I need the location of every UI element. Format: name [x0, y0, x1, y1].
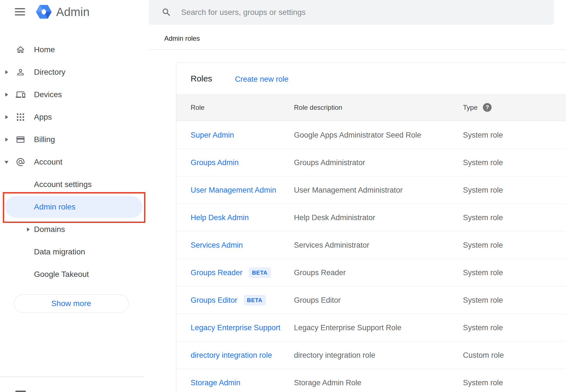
sidebar-nav: HomeDirectoryDevicesAppsBillingAccountAc… — [0, 38, 149, 286]
expand-arrow-icon[interactable] — [5, 115, 8, 119]
role-description-cell: Legacy Enterprise Support Role — [294, 314, 401, 341]
column-header-type: Type — [463, 94, 478, 121]
role-type-cell: System role — [463, 314, 503, 341]
sidebar: Admin HomeDirectoryDevicesAppsBillingAcc… — [0, 0, 149, 392]
sidebar-item-label: Account settings — [34, 173, 92, 196]
role-type-cell: System role — [463, 231, 503, 259]
sidebar-item-billing[interactable]: Billing — [0, 128, 149, 151]
sidebar-item-label: Home — [34, 38, 55, 61]
at-icon — [16, 157, 25, 167]
role-type-cell: System role — [463, 121, 503, 149]
role-type-cell: System role — [463, 204, 503, 231]
column-header-role: Role — [191, 94, 204, 121]
table-header: Role Role description Type ? — [176, 94, 566, 121]
sidebar-item-account-settings[interactable]: Account settings — [0, 173, 149, 196]
sidebar-item-admin-roles[interactable]: Admin roles — [0, 196, 149, 218]
role-type-cell: System role — [463, 176, 503, 204]
search-input[interactable] — [181, 0, 546, 25]
role-name-cell: Super Admin — [191, 121, 234, 149]
role-type-cell: System role — [463, 286, 503, 314]
role-link[interactable]: User Management Admin — [191, 186, 276, 194]
expand-arrow-icon[interactable] — [27, 227, 30, 231]
sidebar-item-apps[interactable]: Apps — [0, 106, 149, 128]
roles-table-body: Super AdminGoogle Apps Administrator See… — [176, 121, 566, 392]
sidebar-item-label: Domains — [34, 218, 65, 241]
sidebar-item-label: Data migration — [34, 241, 85, 263]
role-link[interactable]: Super Admin — [191, 131, 234, 139]
role-link[interactable]: Groups Reader — [191, 268, 243, 277]
table-row: directory integration roledirectory inte… — [176, 341, 566, 369]
role-description-cell: Storage Admin Role — [294, 369, 361, 392]
role-description-cell: directory integration role — [294, 341, 375, 369]
role-description-cell: Services Administrator — [294, 231, 369, 259]
role-link[interactable]: Groups Editor — [191, 296, 238, 304]
role-link[interactable]: directory integration role — [191, 351, 272, 359]
search-icon — [161, 7, 172, 17]
app-title: Admin — [56, 4, 90, 20]
role-name-cell: Groups EditorBETA — [191, 286, 266, 314]
header-divider — [149, 49, 566, 50]
sidebar-item-data-migration[interactable]: Data migration — [0, 241, 149, 263]
role-name-cell: Services Admin — [191, 231, 243, 259]
sidebar-footer-divider — [0, 377, 144, 377]
sidebar-item-directory[interactable]: Directory — [0, 61, 149, 83]
help-icon[interactable]: ? — [483, 103, 492, 112]
role-name-cell: directory integration role — [191, 341, 272, 369]
table-row: Legacy Enterprise SupportLegacy Enterpri… — [176, 314, 566, 341]
role-type-cell: System role — [463, 149, 503, 176]
role-description-cell: Help Desk Administrator — [294, 204, 375, 231]
search-bar[interactable] — [149, 0, 554, 25]
card-icon — [16, 135, 25, 144]
admin-console-screen: Admin HomeDirectoryDevicesAppsBillingAcc… — [0, 0, 566, 392]
sidebar-item-devices[interactable]: Devices — [0, 83, 149, 106]
table-row: Groups EditorBETAGroups EditorSystem rol… — [176, 286, 566, 314]
role-name-cell: Groups Admin — [191, 149, 239, 176]
table-row: Groups AdminGroups AdministratorSystem r… — [176, 149, 566, 176]
role-description-cell: Groups Reader — [294, 259, 346, 286]
role-link[interactable]: Services Admin — [191, 241, 243, 249]
sidebar-item-domains[interactable]: Domains — [0, 218, 149, 241]
sidebar-item-home[interactable]: Home — [0, 38, 149, 61]
expand-arrow-icon[interactable] — [5, 70, 8, 74]
person-icon — [16, 67, 25, 77]
expand-arrow-icon[interactable] — [5, 93, 8, 97]
show-more-button[interactable]: Show more — [14, 294, 129, 313]
sidebar-item-label: Google Takeout — [34, 263, 89, 286]
beta-badge: BETA — [244, 295, 266, 306]
apps-icon — [16, 112, 25, 122]
role-description-cell: Groups Editor — [294, 286, 341, 314]
role-link[interactable]: Help Desk Admin — [191, 213, 249, 222]
role-type-cell: Custom role — [463, 341, 504, 369]
sidebar-item-label: Billing — [34, 128, 55, 151]
table-row: User Management AdminUser Management Adm… — [176, 176, 566, 204]
hamburger-menu-icon[interactable] — [15, 8, 25, 16]
role-link[interactable]: Legacy Enterprise Support — [191, 323, 280, 332]
role-name-cell: Groups ReaderBETA — [191, 259, 271, 286]
roles-panel: Roles Create new role Role Role descript… — [176, 63, 566, 392]
sidebar-item-google-takeout[interactable]: Google Takeout — [0, 263, 149, 286]
sidebar-item-label: Admin roles — [34, 196, 76, 218]
role-link[interactable]: Groups Admin — [191, 158, 239, 167]
table-row: Help Desk AdminHelp Desk AdministratorSy… — [176, 204, 566, 231]
sidebar-item-account[interactable]: Account — [0, 151, 149, 173]
role-name-cell: Storage Admin — [191, 369, 240, 392]
table-row: Groups ReaderBETAGroups ReaderSystem rol… — [176, 259, 566, 286]
role-link[interactable]: Storage Admin — [191, 379, 240, 387]
role-type-cell: System role — [463, 259, 503, 286]
home-icon — [16, 45, 25, 54]
breadcrumb: Admin roles — [164, 35, 200, 42]
expand-arrow-icon[interactable] — [4, 161, 8, 164]
table-row: Super AdminGoogle Apps Administrator See… — [176, 121, 566, 149]
sidebar-item-label: Apps — [34, 106, 52, 128]
main-content: Admin roles Roles Create new role Role R… — [149, 0, 566, 392]
sidebar-item-label: Devices — [34, 83, 62, 106]
sidebar-item-label: Account — [34, 151, 62, 173]
panel-title: Roles — [191, 74, 212, 83]
table-row: Services AdminServices AdministratorSyst… — [176, 231, 566, 259]
expand-arrow-icon[interactable] — [5, 138, 8, 142]
create-new-role-link[interactable]: Create new role — [235, 75, 289, 84]
admin-hexagon-icon — [36, 4, 52, 20]
sidebar-footer-cutoff-icon — [15, 391, 26, 392]
role-type-cell: System role — [463, 369, 503, 392]
beta-badge: BETA — [249, 267, 271, 278]
